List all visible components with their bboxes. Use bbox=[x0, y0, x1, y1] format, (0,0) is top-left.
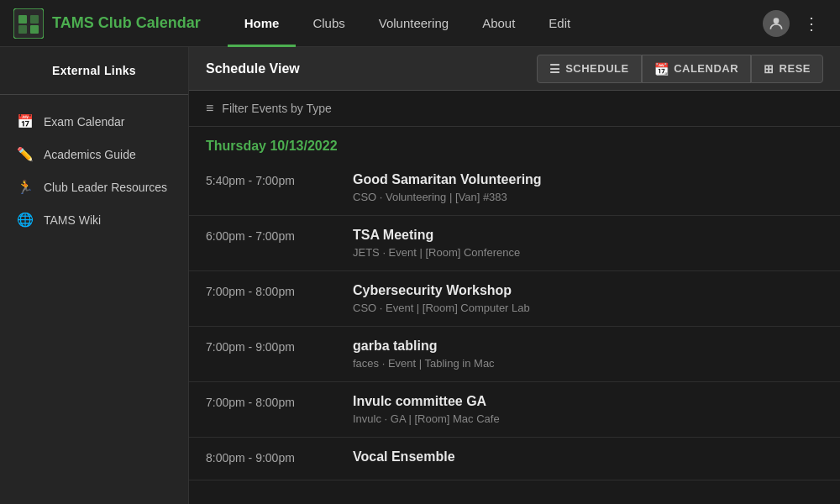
logo-area[interactable]: TAMS Club Calendar bbox=[13, 8, 201, 39]
table-row[interactable]: 5:40pm - 7:00pm Good Samaritan Volunteer… bbox=[189, 160, 840, 216]
sidebar-title: External Links bbox=[0, 64, 188, 94]
sidebar-item-academics-guide[interactable]: ✏️ Academics Guide bbox=[0, 138, 188, 171]
more-icon[interactable]: ⋮ bbox=[796, 10, 827, 37]
app-title: TAMS Club Calendar bbox=[52, 14, 201, 32]
calendar-grid-icon: 📆 bbox=[654, 62, 669, 76]
event-time: 5:40pm - 7:00pm bbox=[206, 172, 336, 187]
nav-item-volunteering[interactable]: Volunteering bbox=[362, 0, 465, 47]
list-icon: ☰ bbox=[549, 62, 561, 76]
event-time: 6:00pm - 7:00pm bbox=[206, 228, 336, 243]
event-name: Invulc committee GA bbox=[353, 394, 823, 409]
schedule-header: Schedule View ☰ SCHEDULE 📆 CALENDAR ⊞ RE… bbox=[189, 47, 840, 91]
event-name: Good Samaritan Volunteering bbox=[353, 172, 823, 187]
main-content: Schedule View ☰ SCHEDULE 📆 CALENDAR ⊞ RE… bbox=[189, 47, 840, 504]
event-time: 8:00pm - 9:00pm bbox=[206, 449, 336, 465]
event-meta: faces · Event | Tabling in Mac bbox=[353, 357, 823, 370]
event-time: 7:00pm - 8:00pm bbox=[206, 394, 336, 409]
nav-item-clubs[interactable]: Clubs bbox=[296, 0, 361, 47]
schedule-view-button[interactable]: ☰ SCHEDULE bbox=[537, 55, 642, 83]
filter-label: Filter Events by Type bbox=[222, 102, 331, 115]
sidebar: External Links 📅 Exam Calendar ✏️ Academ… bbox=[0, 47, 189, 504]
event-details: Cybersecurity Workshop CSO · Event | [Ro… bbox=[353, 283, 823, 314]
sidebar-item-label: Club Leader Resources bbox=[44, 181, 167, 194]
event-name: garba tabling bbox=[353, 339, 823, 354]
event-time: 7:00pm - 9:00pm bbox=[206, 339, 336, 354]
nav-item-edit[interactable]: Edit bbox=[532, 0, 587, 47]
svg-rect-4 bbox=[30, 25, 39, 34]
sidebar-divider bbox=[0, 94, 188, 95]
table-row[interactable]: 8:00pm - 9:00pm Vocal Ensemble bbox=[189, 438, 840, 480]
table-row[interactable]: 7:00pm - 9:00pm garba tabling faces · Ev… bbox=[189, 327, 840, 382]
event-time: 7:00pm - 8:00pm bbox=[206, 283, 336, 298]
sidebar-item-tams-wiki[interactable]: 🌐 TAMS Wiki bbox=[0, 203, 188, 236]
view-buttons: ☰ SCHEDULE 📆 CALENDAR ⊞ RESE bbox=[537, 55, 823, 83]
svg-rect-0 bbox=[13, 8, 44, 39]
date-heading: Thursday 10/13/2022 bbox=[189, 127, 840, 160]
svg-rect-2 bbox=[30, 15, 39, 24]
event-details: TSA Meeting JETS · Event | [Room] Confer… bbox=[353, 228, 823, 259]
table-row[interactable]: 7:00pm - 8:00pm Cybersecurity Workshop C… bbox=[189, 271, 840, 327]
event-meta: CSO · Volunteering | [Van] #383 bbox=[353, 191, 823, 203]
event-meta: CSO · Event | [Room] Computer Lab bbox=[353, 302, 823, 314]
nav-right: ⋮ bbox=[763, 10, 827, 37]
schedule-view-title: Schedule View bbox=[206, 61, 300, 76]
sidebar-item-label: Academics Guide bbox=[44, 148, 136, 161]
calendar-icon: 📅 bbox=[17, 113, 34, 129]
nav-item-home[interactable]: Home bbox=[228, 0, 297, 47]
event-name: Vocal Ensemble bbox=[353, 449, 823, 465]
svg-rect-1 bbox=[18, 15, 27, 24]
top-navigation: TAMS Club Calendar Home Clubs Volunteeri… bbox=[0, 0, 840, 47]
table-row[interactable]: 7:00pm - 8:00pm Invulc committee GA Invu… bbox=[189, 382, 840, 438]
account-icon[interactable] bbox=[763, 10, 790, 37]
event-details: Good Samaritan Volunteering CSO · Volunt… bbox=[353, 172, 823, 203]
event-meta: Invulc · GA | [Room] Mac Cafe bbox=[353, 412, 823, 425]
nav-item-about[interactable]: About bbox=[465, 0, 532, 47]
sidebar-item-club-leader-resources[interactable]: 🏃 Club Leader Resources bbox=[0, 171, 188, 203]
svg-point-5 bbox=[774, 18, 780, 24]
reset-icon: ⊞ bbox=[764, 62, 774, 76]
sidebar-item-label: TAMS Wiki bbox=[44, 213, 101, 227]
nav-links: Home Clubs Volunteering About Edit bbox=[228, 0, 763, 47]
event-name: TSA Meeting bbox=[353, 228, 823, 243]
event-details: Vocal Ensemble bbox=[353, 449, 823, 468]
pencil-icon: ✏️ bbox=[17, 146, 34, 162]
logo-icon bbox=[13, 8, 44, 39]
reset-button[interactable]: ⊞ RESE bbox=[751, 55, 823, 83]
event-details: garba tabling faces · Event | Tabling in… bbox=[353, 339, 823, 370]
event-name: Cybersecurity Workshop bbox=[353, 283, 823, 298]
filter-icon: ≡ bbox=[206, 101, 213, 116]
table-row[interactable]: 6:00pm - 7:00pm TSA Meeting JETS · Event… bbox=[189, 216, 840, 271]
svg-rect-3 bbox=[18, 25, 27, 34]
person-run-icon: 🏃 bbox=[17, 179, 34, 195]
event-meta: JETS · Event | [Room] Conference bbox=[353, 246, 823, 259]
event-details: Invulc committee GA Invulc · GA | [Room]… bbox=[353, 394, 823, 425]
sidebar-item-exam-calendar[interactable]: 📅 Exam Calendar bbox=[0, 105, 188, 138]
calendar-view-button[interactable]: 📆 CALENDAR bbox=[642, 55, 751, 83]
main-layout: External Links 📅 Exam Calendar ✏️ Academ… bbox=[0, 47, 840, 504]
filter-bar[interactable]: ≡ Filter Events by Type bbox=[189, 91, 840, 127]
globe-icon: 🌐 bbox=[17, 212, 34, 228]
sidebar-item-label: Exam Calendar bbox=[44, 115, 125, 129]
